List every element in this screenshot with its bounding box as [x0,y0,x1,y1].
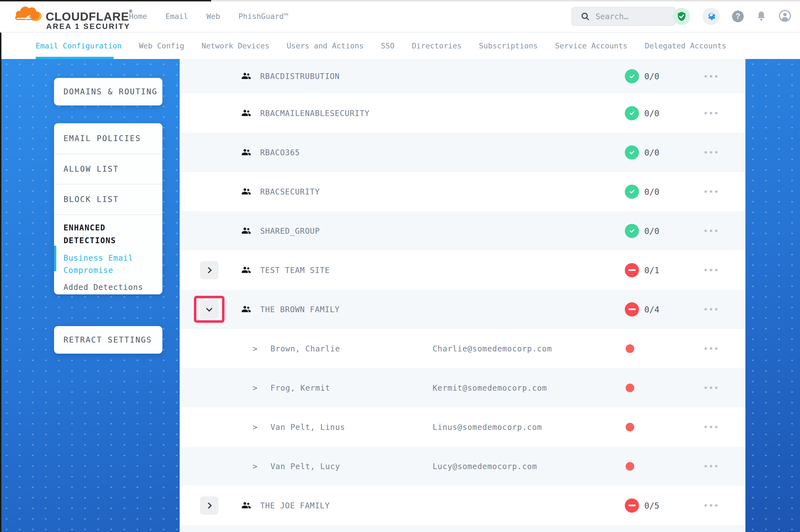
table-row[interactable]: > Frog, Kermit Kermit@somedemocorp.com [180,368,745,407]
search-bar[interactable] [571,7,675,26]
tab-service-accounts[interactable]: Service Accounts [555,41,628,50]
chevron-right-icon[interactable]: > [253,462,257,471]
status-ok-badge [625,69,639,83]
member-email: Charlie@somedemocorp.com [433,344,552,353]
shield-check-icon[interactable] [673,8,690,25]
row-actions-button[interactable] [700,421,722,433]
tab-network-devices[interactable]: Network Devices [201,41,269,50]
search-icon [581,12,590,21]
sidebar-item-allow-list[interactable]: ALLOW LIST [54,154,162,184]
nav-item-home[interactable]: Home [129,12,147,21]
table-row[interactable]: > Brown, Charlie Charlie@somedemocorp.co… [180,329,745,368]
tab-email-configuration[interactable]: Email Configuration [36,41,122,50]
retract-settings-card[interactable]: RETRACT SETTINGS [54,326,162,354]
help-icon[interactable]: ? [732,11,744,22]
domains-routing-card[interactable]: DOMAINS & ROUTING [54,78,162,106]
row-actions-button[interactable] [700,304,722,315]
sidebar-item-block-list[interactable]: BLOCK LIST [54,185,162,214]
nav-item-phishguard[interactable]: PhishGuard™ [238,12,288,21]
settings-tab-bar: Email Configuration Web Config Network D… [0,33,800,59]
group-icon [241,225,252,236]
chevron-right-icon[interactable]: > [253,422,257,432]
search-input[interactable] [596,12,665,21]
bell-icon[interactable] [756,10,767,22]
row-actions-button[interactable] [700,108,722,119]
row-actions-button[interactable] [700,225,722,236]
active-tab-underline [36,57,114,59]
tab-delegated-accounts[interactable]: Delegated Accounts [645,41,726,50]
table-row [180,525,745,532]
group-name: THE JOE FAMILY [260,501,330,510]
tab-users-and-actions[interactable]: Users and Actions [287,41,364,50]
gear-icon[interactable] [703,8,720,25]
sidebar-item-enhanced-detections: ENHANCED DETECTIONS [54,215,162,247]
sidebar-item-domains-routing[interactable]: DOMAINS & ROUTING [54,87,158,96]
logo-subtitle: AREA 1 SECURITY [46,22,130,31]
chevron-down-icon [206,305,213,311]
group-name: RBACDISTRUBUTION [260,72,340,81]
group-name: THE BROWN FAMILY [260,305,340,314]
table-row[interactable]: TEST TEAM SITE 0/1 [180,250,745,290]
tab-web-config[interactable]: Web Config [139,41,184,50]
table-row[interactable]: THE JOE FAMILY 0/5 [180,486,745,525]
top-edge-artifact-light [211,0,800,1]
status-ok-badge [625,145,639,159]
chevron-right-icon [205,502,212,509]
member-count: 0/4 [644,304,659,314]
nav-item-web[interactable]: Web [206,12,220,21]
member-name: Brown, Charlie [271,344,340,353]
table-row[interactable]: > Van Pelt, Linus Linus@somedemocorp.com [180,407,745,446]
group-name: RBACSECURITY [260,187,320,196]
group-name: SHARED_GROUP [260,226,320,235]
table-row[interactable]: RBACDISTRUBUTION 0/0 [180,59,745,94]
collapse-row-button[interactable] [200,300,218,319]
chevron-right-icon [205,267,212,273]
table-row[interactable]: RBACSECURITY 0/0 [180,172,745,211]
member-count: 0/5 [644,500,659,510]
status-flag-dot [625,423,634,431]
sidebar-item-email-policies[interactable]: EMAIL POLICIES [54,123,162,154]
sidebar-item-business-email-compromise[interactable]: Business Email Compromise [54,247,162,277]
tab-sso[interactable]: SSO [381,41,395,50]
group-name: TEST TEAM SITE [260,265,330,274]
table-row[interactable]: RBACO365 0/0 [180,133,745,172]
row-actions-button[interactable] [700,382,722,394]
status-ok-badge [625,106,639,120]
row-actions-button[interactable] [700,71,722,82]
status-ok-badge [625,224,639,238]
row-actions-button[interactable] [700,186,722,197]
member-count: 0/0 [644,148,659,157]
expand-row-button[interactable] [200,496,218,515]
sidebar-item-retract-settings[interactable]: RETRACT SETTINGS [54,335,152,344]
group-icon [241,71,252,82]
chevron-right-icon[interactable]: > [253,344,257,353]
status-flag-dot [625,344,634,353]
group-name: RBACMAILENABLESECURITY [260,109,370,118]
table-row[interactable]: THE BROWN FAMILY 0/4 [180,290,745,329]
nav-item-email[interactable]: Email [165,12,188,21]
user-avatar-icon[interactable] [779,10,791,23]
group-name: RBACO365 [260,148,300,157]
group-icon [241,265,252,276]
tab-directories[interactable]: Directories [412,41,461,50]
member-count: 0/1 [644,265,659,275]
group-icon [241,147,252,158]
cloudflare-logo: CLOUDFLARE® AREA 1 SECURITY [15,3,134,31]
row-actions-button[interactable] [700,343,722,354]
expand-row-button[interactable] [200,261,218,279]
table-row[interactable]: SHARED_GROUP 0/0 [180,211,745,250]
row-actions-button[interactable] [700,461,722,472]
row-actions-button[interactable] [700,147,722,158]
active-item-indicator [54,246,56,271]
logo-wordmark: CLOUDFLARE® [46,9,132,23]
sidebar-item-added-detections[interactable]: Added Detections [54,277,162,292]
table-row[interactable]: RBACMAILENABLESECURITY 0/0 [180,94,745,133]
row-actions-button[interactable] [700,500,722,511]
tab-subscriptions[interactable]: Subscriptions [479,41,538,50]
table-row[interactable]: > Van Pelt, Lucy Lucy@somedemocorp.com [180,446,745,486]
row-actions-button[interactable] [700,265,722,276]
group-icon [241,304,252,315]
directory-groups-table: RBACDISTRUBUTION 0/0 RBACMAILENABLESECUR… [180,59,745,532]
member-name: Van Pelt, Linus [271,422,345,432]
chevron-right-icon[interactable]: > [253,383,257,392]
